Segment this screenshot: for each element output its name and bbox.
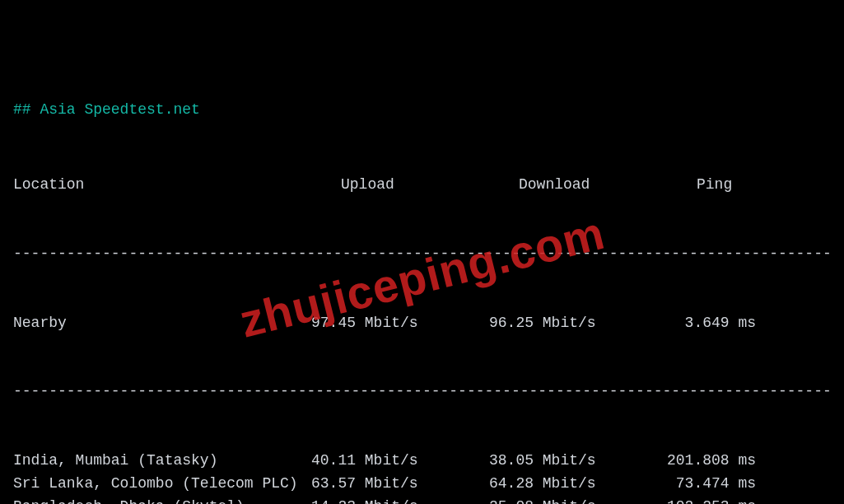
divider: ----------------------------------------… [13, 243, 831, 266]
cell-upload: 63.57 Mbit/s [311, 473, 489, 496]
cell-upload: 97.45 Mbit/s [311, 312, 489, 335]
cell-download: 38.05 Mbit/s [489, 450, 667, 473]
table-row: India, Mumbai (Tatasky)40.11 Mbit/s38.05… [13, 450, 831, 473]
cell-download: 25.08 Mbit/s [489, 496, 667, 504]
cell-location: India, Mumbai (Tatasky) [13, 450, 311, 473]
cell-location: Nearby [13, 312, 311, 335]
cell-ping: 201.808 ms [667, 450, 823, 473]
table-row: Sri Lanka, Colombo (Telecom PLC)63.57 Mb… [13, 473, 831, 496]
nearby-row: Nearby97.45 Mbit/s96.25 Mbit/s 3.649 ms [13, 312, 831, 335]
rows-container: India, Mumbai (Tatasky)40.11 Mbit/s38.05… [13, 450, 831, 504]
cell-upload: 14.23 Mbit/s [311, 496, 489, 504]
cell-ping: 3.649 ms [667, 312, 823, 335]
cell-ping: 102.253 ms [667, 496, 823, 504]
section-title: ## Asia Speedtest.net [13, 99, 831, 122]
table-row: Bangladesh, Dhaka (Skytel)14.23 Mbit/s25… [13, 496, 831, 504]
cell-location: Bangladesh, Dhaka (Skytel) [13, 496, 311, 504]
header-download: Download [489, 174, 667, 197]
cell-download: 96.25 Mbit/s [489, 312, 667, 335]
cell-download: 64.28 Mbit/s [489, 473, 667, 496]
cell-ping: 73.474 ms [667, 473, 823, 496]
cell-location: Sri Lanka, Colombo (Telecom PLC) [13, 473, 311, 496]
header-location: Location [13, 174, 311, 197]
header-upload: Upload [311, 174, 489, 197]
header-ping: Ping [667, 174, 823, 197]
divider: ----------------------------------------… [13, 380, 831, 404]
table-header-row: Location Upload Download Ping [13, 174, 831, 197]
cell-upload: 40.11 Mbit/s [311, 450, 489, 473]
